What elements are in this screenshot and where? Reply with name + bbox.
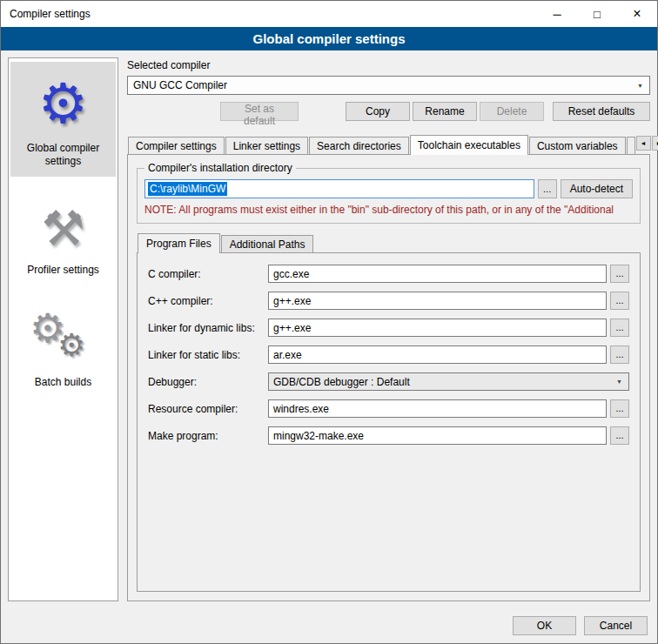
minimize-button[interactable]: ─ (537, 1, 577, 27)
chevron-down-icon: ▼ (616, 379, 622, 385)
field-row: C++ compiler: g++.exe ... (148, 292, 629, 310)
sidebar-item-profiler-settings[interactable]: ⚒ Profiler settings (10, 191, 116, 285)
tab-compiler-settings[interactable]: Compiler settings (128, 137, 225, 154)
window-controls: ─ □ × (537, 1, 657, 27)
sidebar-item-label: Global compiler settings (12, 142, 114, 168)
sidebar-item-global-compiler-settings[interactable]: ⚙ Global compiler settings (10, 62, 116, 177)
field-row: Resource compiler: windres.exe ... (148, 399, 629, 418)
tab-build-truncated[interactable]: Buil (627, 137, 635, 154)
maximize-button[interactable]: □ (577, 1, 617, 27)
settings-category-list: ⚙ Global compiler settings ⚒ Profiler se… (8, 57, 118, 601)
tab-toolchain-executables[interactable]: Toolchain executables (410, 135, 528, 155)
installation-directory-group: Compiler's installation directory C:\ray… (137, 162, 641, 224)
linker-static-browse-button[interactable]: ... (610, 345, 629, 364)
directory-note: NOTE: All programs must exist either in … (144, 204, 633, 216)
scroll-left-icon: ◄ (641, 140, 647, 146)
tab-scroll-right-button[interactable]: ► (652, 136, 658, 151)
sidebar-item-label: Profiler settings (12, 264, 114, 277)
sidebar-item-label: Batch builds (12, 376, 114, 389)
ok-button[interactable]: OK (513, 616, 576, 635)
subtab-additional-paths[interactable]: Additional Paths (221, 235, 314, 252)
rename-button[interactable]: Rename (413, 102, 477, 121)
copy-button[interactable]: Copy (346, 102, 410, 121)
cpp-compiler-browse-button[interactable]: ... (610, 292, 629, 310)
tab-search-directories[interactable]: Search directories (309, 137, 409, 154)
field-row: Linker for dynamic libs: g++.exe ... (148, 319, 629, 337)
cancel-button[interactable]: Cancel (584, 616, 648, 635)
c-compiler-browse-button[interactable]: ... (610, 265, 629, 283)
make-program-browse-button[interactable]: ... (610, 426, 629, 445)
sidebar-item-batch-builds[interactable]: ⚙ ⚙ Batch builds (10, 299, 116, 398)
resource-compiler-label: Resource compiler: (148, 403, 268, 415)
close-icon: × (633, 6, 641, 22)
program-files-panel: C compiler: gcc.exe ... C++ compiler: g+… (137, 252, 641, 592)
installation-directory-input[interactable]: C:\raylib\MinGW (144, 179, 534, 198)
main-content: Selected compiler GNU GCC Compiler ▼ Set… (127, 57, 650, 601)
cpp-compiler-label: C++ compiler: (148, 295, 268, 307)
field-row: C compiler: gcc.exe ... (148, 265, 629, 283)
make-program-input[interactable]: mingw32-make.exe (268, 426, 607, 445)
tab-scroll-left-button[interactable]: ◄ (636, 136, 651, 151)
directory-browse-button[interactable]: ... (538, 179, 557, 198)
selected-compiler-value: GNU GCC Compiler (133, 79, 637, 91)
subtab-program-files[interactable]: Program Files (138, 233, 220, 253)
toolchain-executables-panel: Compiler's installation directory C:\ray… (127, 154, 650, 601)
compiler-settings-window: Compiler settings ─ □ × Global compiler … (0, 0, 658, 644)
dialog-body: ⚙ Global compiler settings ⚒ Profiler se… (1, 50, 657, 608)
c-compiler-label: C compiler: (148, 268, 268, 280)
selected-compiler-dropdown[interactable]: GNU GCC Compiler ▼ (127, 76, 650, 95)
resource-compiler-input[interactable]: windres.exe (268, 399, 607, 418)
field-row: Make program: mingw32-make.exe ... (148, 426, 629, 445)
c-compiler-input[interactable]: gcc.exe (268, 265, 607, 283)
reset-defaults-button[interactable]: Reset defaults (553, 102, 650, 121)
hammer-icon: ⚒ (12, 198, 114, 260)
title-bar: Compiler settings ─ □ × (1, 1, 657, 27)
chevron-down-icon: ▼ (637, 83, 643, 89)
maximize-icon: □ (594, 8, 601, 21)
dialog-header: Global compiler settings (1, 27, 657, 50)
installation-directory-legend: Compiler's installation directory (144, 162, 296, 174)
tab-linker-settings[interactable]: Linker settings (225, 137, 308, 154)
tab-custom-variables[interactable]: Custom variables (529, 137, 626, 154)
compiler-actions: Set as default Copy Rename Delete Reset … (127, 102, 650, 121)
executables-subtab-bar: Program Files Additional Paths (137, 232, 641, 252)
debugger-select[interactable]: GDB/CDB debugger : Default ▼ (268, 372, 629, 391)
minimize-icon: ─ (553, 8, 561, 21)
resource-compiler-browse-button[interactable]: ... (610, 399, 629, 418)
close-button[interactable]: × (617, 1, 657, 27)
window-title: Compiler settings (1, 8, 91, 20)
linker-static-label: Linker for static libs: (148, 349, 268, 361)
make-program-label: Make program: (148, 430, 268, 442)
tab-scroll-buttons: ◄ ► (636, 136, 658, 151)
gear-icon: ⚙ (12, 69, 114, 138)
field-row: Linker for static libs: ar.exe ... (148, 345, 629, 364)
settings-tab-bar: Compiler settings Linker settings Search… (127, 134, 650, 154)
dialog-footer: OK Cancel (1, 608, 657, 643)
debugger-label: Debugger: (148, 376, 268, 388)
auto-detect-button[interactable]: Auto-detect (561, 179, 633, 198)
cpp-compiler-input[interactable]: g++.exe (268, 292, 607, 310)
field-row: Debugger: GDB/CDB debugger : Default ▼ (148, 372, 629, 391)
delete-button: Delete (480, 102, 544, 121)
installation-directory-value: C:\raylib\MinGW (148, 182, 227, 196)
linker-dynamic-label: Linker for dynamic libs: (148, 322, 268, 334)
linker-dynamic-browse-button[interactable]: ... (610, 319, 629, 337)
set-as-default-button: Set as default (220, 102, 299, 121)
linker-static-input[interactable]: ar.exe (268, 345, 607, 364)
linker-dynamic-input[interactable]: g++.exe (268, 319, 607, 337)
selected-compiler-label: Selected compiler (127, 59, 650, 71)
installation-directory-row: C:\raylib\MinGW ... Auto-detect (144, 179, 633, 198)
gears-icon: ⚙ ⚙ (12, 306, 114, 372)
